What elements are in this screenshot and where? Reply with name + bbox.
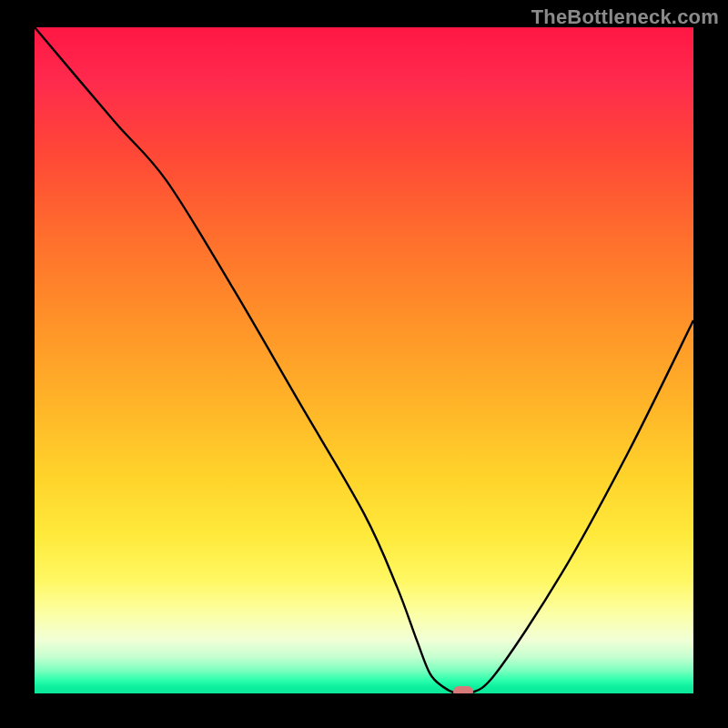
optimum-marker [453, 686, 473, 693]
bottleneck-curve [35, 27, 693, 693]
plot-area [35, 27, 693, 693]
watermark-text: TheBottleneck.com [531, 5, 719, 29]
chart-frame: TheBottleneck.com [0, 0, 728, 728]
